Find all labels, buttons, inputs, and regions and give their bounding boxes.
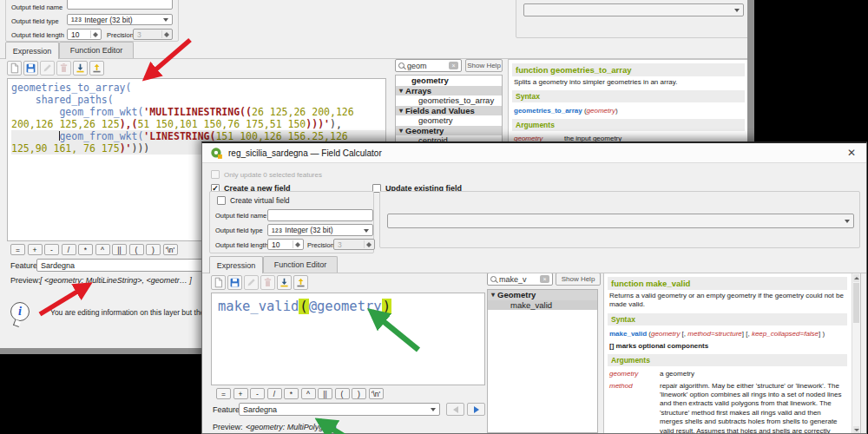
tab-function-editor[interactable]: Function Editor: [59, 42, 134, 58]
scrollbar-thumb[interactable]: [853, 283, 859, 323]
function-tree-item[interactable]: geometries_to_array: [396, 95, 502, 106]
edit-pencil-icon: [42, 62, 53, 74]
operator-button[interactable]: *: [284, 388, 299, 399]
output-field-name-input[interactable]: [267, 209, 373, 221]
spinner-down-icon[interactable]: [93, 35, 98, 37]
scroll-down-icon[interactable]: [853, 426, 859, 434]
function-tree-group[interactable]: ▾Geometry: [396, 126, 502, 136]
help-scrollbar[interactable]: [852, 273, 860, 434]
operator-button[interactable]: (: [335, 388, 350, 399]
function-search-input[interactable]: make_v ×: [487, 273, 553, 286]
tab-label: Expression: [217, 261, 256, 270]
tree-label: make_valid: [510, 300, 552, 310]
save-button[interactable]: [23, 61, 38, 76]
tab-label: Expression: [13, 47, 52, 56]
spinner-arrows[interactable]: [293, 240, 302, 248]
operator-button[interactable]: -: [250, 388, 265, 399]
output-field-length-spinner[interactable]: 10: [67, 29, 102, 40]
save-button[interactable]: [227, 275, 242, 290]
expand-icon[interactable]: ▾: [399, 107, 403, 115]
operator-button[interactable]: =: [216, 388, 231, 399]
operator-button[interactable]: ||: [318, 388, 332, 399]
save-icon: [229, 277, 240, 288]
code-token: (: [126, 82, 132, 94]
output-field-length-spinner[interactable]: 10: [267, 239, 304, 250]
output-field-type-select[interactable]: 123 Integer (32 bit): [67, 14, 173, 25]
search-icon: [398, 62, 404, 69]
show-help-button[interactable]: Show Help: [465, 59, 503, 72]
arrow-left-icon: [453, 406, 458, 413]
clear-search-icon[interactable]: ×: [449, 62, 458, 69]
expression-editor[interactable]: make_valid(@geometry): [211, 293, 485, 385]
new-file-button[interactable]: [7, 61, 22, 76]
new-file-button[interactable]: [211, 275, 226, 290]
update-existing-groupbox: [379, 191, 860, 248]
preview-value: <geometry: MultiPolygon>: [246, 423, 337, 431]
code-token: (: [299, 299, 308, 314]
import-arrow-down-button[interactable]: [73, 61, 88, 76]
operator-button[interactable]: =: [10, 244, 25, 255]
existing-field-select: [387, 214, 854, 228]
info-icon-tail: [13, 319, 21, 327]
operator-button[interactable]: -: [44, 244, 59, 255]
operator-button[interactable]: ||: [112, 244, 127, 255]
qgis-logo-icon: [210, 147, 223, 160]
operator-button[interactable]: (: [129, 244, 144, 255]
show-help-button[interactable]: Show Help: [556, 273, 601, 286]
tab-expression[interactable]: Expression: [5, 42, 59, 59]
code-token: shared_paths: [36, 94, 108, 106]
function-tree-item[interactable]: geometry: [396, 76, 502, 86]
export-arrow-up-button[interactable]: [89, 61, 104, 76]
spinner-arrows[interactable]: [90, 30, 100, 38]
close-icon[interactable]: ✕: [847, 147, 856, 159]
feature-value: Sardegna: [41, 261, 75, 270]
operator-button[interactable]: *: [78, 244, 93, 255]
output-field-type-select[interactable]: 123 Integer (32 bit): [267, 224, 373, 236]
feature-select[interactable]: Sardegna: [239, 403, 440, 416]
syntax-heading: Syntax: [512, 90, 745, 102]
expand-icon[interactable]: ▾: [399, 87, 403, 95]
existing-field-select: [523, 3, 744, 16]
operator-button[interactable]: /: [62, 244, 76, 255]
operator-button[interactable]: /: [267, 388, 282, 399]
next-feature-button[interactable]: [467, 403, 485, 416]
new-field-groupbox: Output field name Output field type 123 …: [5, 0, 179, 42]
operator-button[interactable]: ^: [95, 244, 110, 255]
clear-search-icon[interactable]: ×: [540, 275, 549, 283]
import-arrow-down-icon: [75, 62, 86, 74]
help-title: function geometries_to_array: [512, 63, 745, 76]
expand-icon[interactable]: ▾: [491, 291, 495, 299]
function-tree-group[interactable]: ▾Geometry: [488, 290, 597, 300]
operator-button[interactable]: '\n': [369, 388, 384, 399]
operator-button[interactable]: +: [233, 388, 248, 399]
feature-label: Feature: [10, 261, 37, 270]
operator-button[interactable]: ): [352, 388, 366, 399]
create-virtual-field-checkbox[interactable]: Create virtual field: [217, 196, 290, 205]
import-arrow-down-button[interactable]: [277, 275, 292, 290]
tab-expression[interactable]: Expression: [209, 256, 263, 273]
operator-button[interactable]: '\n': [163, 244, 178, 255]
title-bar[interactable]: reg_sicilia_sardegna — Field Calculator …: [202, 143, 866, 163]
operator-button[interactable]: ^: [301, 388, 316, 399]
tree-label: geometry: [411, 76, 449, 85]
operator-button[interactable]: ): [146, 244, 161, 255]
spinner-down-icon: [366, 245, 372, 247]
optional-note: [] marks optional components: [609, 342, 845, 351]
export-arrow-up-button[interactable]: [293, 275, 308, 290]
function-tree-item[interactable]: geometry: [396, 115, 502, 126]
chevron-down-icon: [734, 9, 740, 12]
edit-pencil-button: [244, 275, 259, 290]
expand-icon[interactable]: ▾: [399, 127, 403, 135]
function-search-input[interactable]: geom ×: [395, 59, 462, 72]
operator-button[interactable]: +: [28, 244, 43, 255]
code-token: ),: [330, 118, 342, 130]
scroll-up-icon[interactable]: [853, 274, 859, 282]
spinner-down-icon[interactable]: [295, 245, 300, 247]
function-tree-group[interactable]: ▾Arrays: [396, 86, 502, 96]
function-tree-item[interactable]: make_valid: [488, 300, 597, 311]
tab-function-editor[interactable]: Function Editor: [263, 256, 338, 273]
function-help-panel: function make_valid Returns a valid geom…: [603, 273, 861, 434]
output-field-name-input[interactable]: [67, 0, 173, 10]
output-field-length-value: 10: [272, 240, 279, 249]
function-tree-group[interactable]: ▾Fields and Values: [396, 106, 502, 116]
